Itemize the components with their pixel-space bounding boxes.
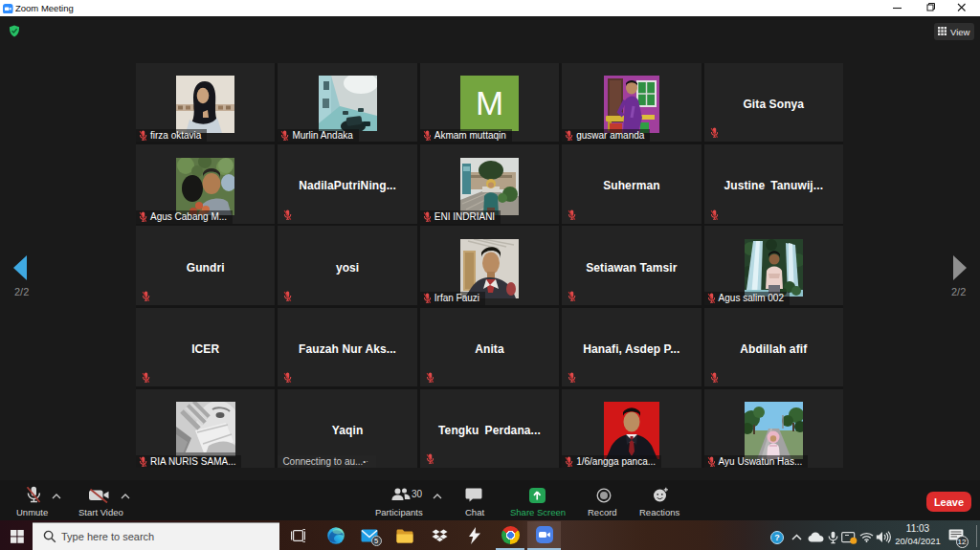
svg-text:M: M [476, 84, 503, 121]
